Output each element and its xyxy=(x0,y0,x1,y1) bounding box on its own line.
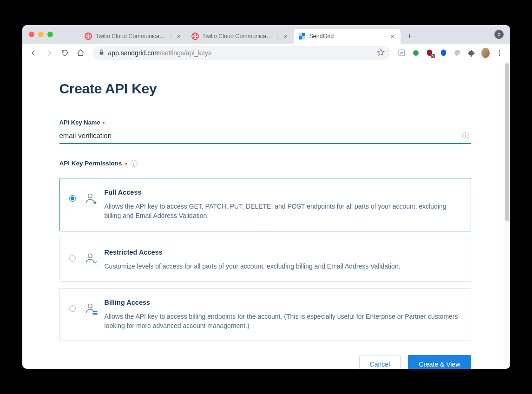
scrollbar-thumb[interactable] xyxy=(505,63,509,221)
page-title: Create API Key xyxy=(59,81,471,97)
maximize-window-button[interactable] xyxy=(47,32,53,37)
person-icon xyxy=(84,302,96,315)
permission-option-restricted-access[interactable]: Restricted Access Customize levels of ac… xyxy=(59,238,471,282)
browser-menu-icon[interactable] xyxy=(495,49,504,57)
svg-rect-13 xyxy=(302,36,305,39)
svg-rect-12 xyxy=(299,36,302,39)
svg-point-17 xyxy=(413,50,419,56)
svg-point-2 xyxy=(89,34,90,36)
new-tab-button[interactable]: + xyxy=(403,30,416,43)
person-icon xyxy=(84,192,96,204)
radio-icon xyxy=(69,255,76,262)
tab-strip: Twilio Cloud Communications | × Twilio C… xyxy=(22,25,510,44)
minimize-window-button[interactable] xyxy=(38,32,44,37)
svg-rect-11 xyxy=(302,33,305,36)
svg-rect-26 xyxy=(92,312,97,313)
svg-point-15 xyxy=(498,33,499,34)
browser-tab-1[interactable]: Twilio Cloud Communications | × xyxy=(187,29,294,44)
svg-point-22 xyxy=(88,254,92,258)
viewport: Create API Key API Key Name● i API Key P… xyxy=(22,62,510,369)
api-key-permissions-label: API Key Permissions● i xyxy=(59,160,471,167)
person-icon xyxy=(84,252,96,264)
back-button[interactable] xyxy=(27,46,40,59)
lock-icon xyxy=(99,49,105,57)
scrollbar[interactable] xyxy=(504,62,510,369)
permission-option-billing-access[interactable]: Billing Access Allows the API key to acc… xyxy=(59,288,471,341)
close-tab-icon[interactable]: × xyxy=(176,33,182,40)
star-badge-icon xyxy=(92,200,98,205)
address-bar[interactable]: app.sendgrid.com/settings/api_keys xyxy=(93,46,390,60)
svg-point-1 xyxy=(86,34,88,36)
tab-title: SendGrid xyxy=(309,33,386,39)
api-key-name-input[interactable] xyxy=(59,129,471,144)
option-title: Billing Access xyxy=(105,299,460,306)
browser-tab-2[interactable]: SendGrid × xyxy=(294,29,401,44)
info-icon[interactable]: i xyxy=(462,132,469,139)
svg-point-24 xyxy=(88,304,92,308)
window-controls xyxy=(27,25,57,44)
page-content: Create API Key API Key Name● i API Key P… xyxy=(22,62,504,369)
option-title: Restricted Access xyxy=(105,249,460,256)
card-badge-icon xyxy=(92,310,98,315)
browser-window: Twilio Cloud Communications | × Twilio C… xyxy=(22,25,510,369)
svg-rect-25 xyxy=(92,311,97,315)
permission-option-full-access[interactable]: Full Access Allows the API key to access… xyxy=(59,178,471,231)
action-buttons: Cancel Create & View xyxy=(59,355,471,369)
svg-point-4 xyxy=(89,37,90,38)
forward-button[interactable] xyxy=(43,46,56,59)
bookmark-star-icon[interactable] xyxy=(377,48,385,58)
required-icon: ● xyxy=(102,120,105,125)
required-icon: ● xyxy=(125,161,128,166)
svg-point-20 xyxy=(499,54,500,56)
svg-point-19 xyxy=(499,52,500,53)
close-tab-icon[interactable]: × xyxy=(389,33,396,40)
extension-icons: 5 xyxy=(396,49,506,57)
extension-icon[interactable]: 5 xyxy=(426,49,434,57)
svg-point-5 xyxy=(192,33,198,39)
extension-icon[interactable] xyxy=(453,49,462,57)
account-indicator-icon[interactable] xyxy=(494,30,504,39)
api-key-name-label: API Key Name● xyxy=(59,119,471,126)
twilio-favicon-icon xyxy=(85,33,92,40)
create-and-view-button[interactable]: Create & View xyxy=(408,355,471,369)
option-title: Full Access xyxy=(105,189,460,196)
close-tab-icon[interactable]: × xyxy=(282,33,289,40)
svg-point-23 xyxy=(94,262,96,263)
twilio-favicon-icon xyxy=(191,33,199,40)
tab-title: Twilio Cloud Communications xyxy=(96,33,167,39)
svg-rect-10 xyxy=(299,33,302,36)
sendgrid-favicon-icon xyxy=(298,33,306,40)
svg-point-9 xyxy=(196,37,197,38)
radio-icon xyxy=(69,195,76,202)
cancel-button[interactable]: Cancel xyxy=(359,355,401,369)
info-icon[interactable]: i xyxy=(131,160,138,167)
extensions-menu-icon[interactable] xyxy=(467,49,476,57)
url-text: app.sendgrid.com/settings/api_keys xyxy=(108,49,212,57)
profile-avatar[interactable] xyxy=(481,49,490,57)
svg-point-0 xyxy=(85,33,92,39)
radio-icon xyxy=(69,305,76,312)
browser-tab-0[interactable]: Twilio Cloud Communications | × xyxy=(80,29,187,44)
svg-point-3 xyxy=(86,37,88,38)
extension-icon[interactable] xyxy=(440,49,448,57)
option-description: Allows the API key to access GET, PATCH,… xyxy=(105,202,460,221)
svg-point-21 xyxy=(88,194,92,198)
close-window-button[interactable] xyxy=(29,32,34,37)
option-description: Customize levels of access for all parts… xyxy=(105,262,460,271)
reload-button[interactable] xyxy=(59,46,72,59)
svg-point-18 xyxy=(499,50,500,52)
tab-divider: | xyxy=(277,33,278,39)
option-description: Allows the API key to access billing end… xyxy=(105,312,460,331)
browser-toolbar: app.sendgrid.com/settings/api_keys 5 xyxy=(22,44,510,62)
extension-icon[interactable] xyxy=(398,49,406,57)
gear-badge-icon xyxy=(92,260,98,265)
tab-divider: | xyxy=(170,33,171,39)
svg-point-8 xyxy=(193,37,195,38)
svg-point-6 xyxy=(193,34,195,36)
api-key-name-field-wrap: i xyxy=(59,129,471,144)
tab-title: Twilio Cloud Communications xyxy=(203,33,274,39)
svg-point-7 xyxy=(196,34,197,36)
home-button[interactable] xyxy=(74,46,87,59)
extension-icon[interactable] xyxy=(412,49,420,57)
